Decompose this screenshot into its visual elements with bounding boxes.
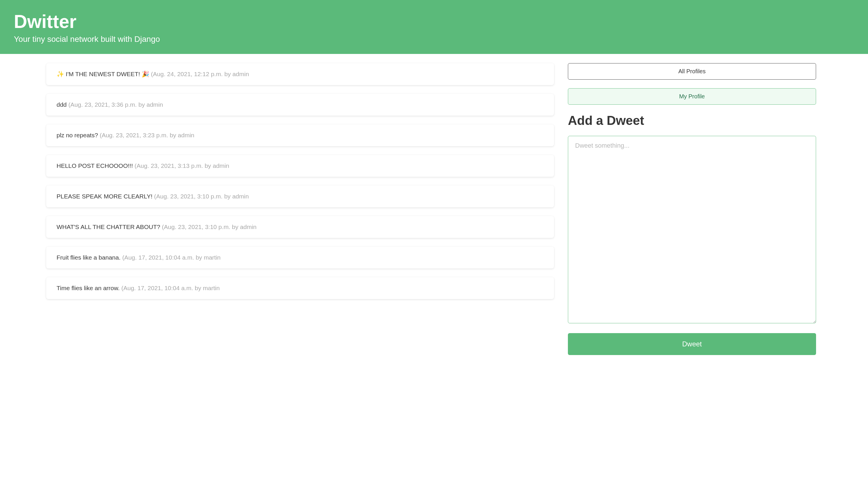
dweet-meta: (Aug. 17, 2021, 10:04 a.m. by martin <box>122 254 221 261</box>
dweet-body: plz no repeats? <box>57 132 99 138</box>
dweet-body: WHAT'S ALL THE CHATTER ABOUT? <box>57 224 162 230</box>
dweet-meta: (Aug. 23, 2021, 3:36 p.m. by admin <box>68 101 163 108</box>
dweet-meta: (Aug. 24, 2021, 12:12 p.m. by admin <box>151 71 249 77</box>
dweet-body: Time flies like an arrow. <box>57 285 121 291</box>
dweet-card: Time flies like an arrow. (Aug. 17, 2021… <box>46 277 554 299</box>
dweet-feed: ✨ I'M THE NEWEST DWEET! 🎉 (Aug. 24, 2021… <box>46 63 554 355</box>
dweet-card: WHAT'S ALL THE CHATTER ABOUT? (Aug. 23, … <box>46 216 554 238</box>
dweet-card: PLEASE SPEAK MORE CLEARLY! (Aug. 23, 202… <box>46 186 554 207</box>
site-subtitle: Your tiny social network built with Djan… <box>14 34 854 44</box>
main-container: ✨ I'M THE NEWEST DWEET! 🎉 (Aug. 24, 2021… <box>0 54 868 364</box>
all-profiles-button[interactable]: All Profiles <box>568 63 816 79</box>
my-profile-button[interactable]: My Profile <box>568 88 816 105</box>
dweet-meta: (Aug. 23, 2021, 3:10 p.m. by admin <box>162 224 256 230</box>
dweet-textarea[interactable] <box>568 136 816 323</box>
dweet-meta: (Aug. 23, 2021, 3:23 p.m. by admin <box>99 132 194 138</box>
dweet-body: ddd <box>57 101 68 108</box>
dweet-card: ✨ I'M THE NEWEST DWEET! 🎉 (Aug. 24, 2021… <box>46 63 554 85</box>
dweet-body: ✨ I'M THE NEWEST DWEET! 🎉 <box>57 71 151 77</box>
dweet-body: Fruit flies like a banana. <box>57 254 122 261</box>
dweet-card: ddd (Aug. 23, 2021, 3:36 p.m. by admin <box>46 94 554 116</box>
dweet-body: HELLO POST ECHOOOO!!! <box>57 162 134 169</box>
dweet-card: Fruit flies like a banana. (Aug. 17, 202… <box>46 247 554 268</box>
dweet-meta: (Aug. 23, 2021, 3:10 p.m. by admin <box>154 193 249 200</box>
dweet-meta: (Aug. 17, 2021, 10:04 a.m. by martin <box>121 285 220 291</box>
dweet-submit-button[interactable]: Dweet <box>568 333 816 355</box>
dweet-body: PLEASE SPEAK MORE CLEARLY! <box>57 193 154 200</box>
site-title: Dwitter <box>14 11 854 32</box>
dweet-meta: (Aug. 23, 2021, 3:13 p.m. by admin <box>134 162 229 169</box>
compose-heading: Add a Dweet <box>568 113 816 128</box>
dweet-card: plz no repeats? (Aug. 23, 2021, 3:23 p.m… <box>46 124 554 146</box>
dweet-card: HELLO POST ECHOOOO!!! (Aug. 23, 2021, 3:… <box>46 155 554 177</box>
hero-banner: Dwitter Your tiny social network built w… <box>0 0 868 54</box>
sidebar: All Profiles My Profile Add a Dweet Dwee… <box>568 63 816 355</box>
